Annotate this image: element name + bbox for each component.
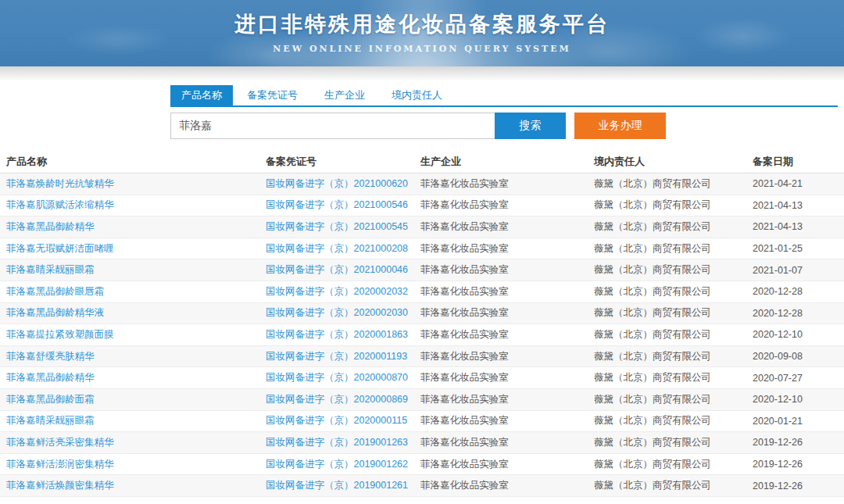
responsible-cell: 薇黛（北京）商贸有限公司 [594,393,753,406]
table-row: 菲洛嘉黑晶御龄精华国妆网备进字（京）2021000545菲洛嘉化妆品实验室薇黛（… [0,216,844,238]
product-name-link[interactable]: 菲洛嘉提拉紧致塑颜面膜 [6,328,266,341]
responsible-cell: 薇黛（北京）商贸有限公司 [594,436,753,449]
cert-number-link[interactable]: 国妆网备进字（京）2020000869 [266,393,420,406]
cert-number-link[interactable]: 国妆网备进字（京）2019001261 [266,479,420,492]
manufacturer-cell: 菲洛嘉化妆品实验室 [420,242,594,256]
date-cell: 2021-01-07 [753,265,844,276]
product-name-link[interactable]: 菲洛嘉黑晶御龄精华液 [6,306,266,320]
cert-number-link[interactable]: 国妆网备进字（京）2020002030 [266,306,420,320]
results-table: 产品名称备案凭证号生产企业境内责任人备案日期 菲洛嘉焕龄时光抗皱精华国妆网备进字… [0,150,844,497]
date-cell: 2019-12-26 [753,437,844,448]
responsible-cell: 薇黛（北京）商贸有限公司 [594,198,753,212]
manufacturer-cell: 菲洛嘉化妆品实验室 [420,285,594,298]
column-header-3: 境内责任人 [594,155,753,169]
search-input[interactable] [170,113,495,139]
date-cell: 2020-12-28 [753,308,844,319]
date-cell: 2020-07-27 [753,373,844,384]
table-row: 菲洛嘉黑晶御龄面霜国妆网备进字（京）2020000869菲洛嘉化妆品实验室薇黛（… [0,389,844,411]
date-cell: 2019-12-26 [753,459,844,470]
column-header-2: 生产企业 [420,155,594,169]
cert-number-link[interactable]: 国妆网备进字（京）2019001263 [266,436,420,449]
cert-number-link[interactable]: 国妆网备进字（京）2020000115 [266,414,420,427]
page-title: 进口非特殊用途化妆品备案服务平台 [0,0,844,38]
date-cell: 2020-12-10 [753,329,844,340]
tab-1[interactable]: 备案凭证号 [245,85,299,105]
table-body: 菲洛嘉焕龄时光抗皱精华国妆网备进字（京）2021000620菲洛嘉化妆品实验室薇… [0,173,844,497]
responsible-cell: 薇黛（北京）商贸有限公司 [594,220,753,234]
product-name-link[interactable]: 菲洛嘉无瑕赋妍洁面啫喱 [6,242,266,256]
table-row: 菲洛嘉鲜活澎润密集精华国妆网备进字（京）2019001262菲洛嘉化妆品实验室薇… [0,454,844,476]
table-row: 菲洛嘉黑晶御龄眼唇霜国妆网备进字（京）2020002032菲洛嘉化妆品实验室薇黛… [0,281,844,303]
product-name-link[interactable]: 菲洛嘉黑晶御龄眼唇霜 [6,285,266,298]
responsible-cell: 薇黛（北京）商贸有限公司 [594,328,753,341]
search-section: 产品名称备案凭证号生产企业境内责任人 搜索 业务办理 [170,80,838,139]
table-row: 菲洛嘉鲜活焕颜密集精华国妆网备进字（京）2019001261菲洛嘉化妆品实验室薇… [0,475,844,497]
cert-number-link[interactable]: 国妆网备进字（京）2021000545 [266,220,420,234]
manufacturer-cell: 菲洛嘉化妆品实验室 [420,263,594,277]
search-button[interactable]: 搜索 [495,113,566,139]
date-cell: 2019-12-26 [753,481,844,491]
product-name-link[interactable]: 菲洛嘉睛采靓丽眼霜 [6,263,266,277]
cert-number-link[interactable]: 国妆网备进字（京）2021000546 [266,198,420,212]
date-cell: 2021-04-13 [753,200,844,211]
tab-3[interactable]: 境内责任人 [390,85,444,105]
product-name-link[interactable]: 菲洛嘉鲜活亮采密集精华 [6,436,266,449]
tab-0[interactable]: 产品名称 [170,85,233,105]
product-name-link[interactable]: 菲洛嘉舒缓亮肤精华 [6,350,266,363]
column-header-1: 备案凭证号 [266,155,420,169]
table-row: 菲洛嘉睛采靓丽眼霜国妆网备进字（京）2021000046菲洛嘉化妆品实验室薇黛（… [0,259,844,281]
responsible-cell: 薇黛（北京）商贸有限公司 [594,371,753,384]
manufacturer-cell: 菲洛嘉化妆品实验室 [420,436,594,449]
manufacturer-cell: 菲洛嘉化妆品实验室 [420,414,594,427]
date-cell: 2020-12-28 [753,286,844,297]
responsible-cell: 薇黛（北京）商贸有限公司 [594,177,753,191]
table-header-row: 产品名称备案凭证号生产企业境内责任人备案日期 [0,150,844,173]
manufacturer-cell: 菲洛嘉化妆品实验室 [420,393,594,406]
responsible-cell: 薇黛（北京）商贸有限公司 [594,458,753,471]
responsible-cell: 薇黛（北京）商贸有限公司 [594,263,753,277]
date-cell: 2020-12-10 [753,394,844,405]
responsible-cell: 薇黛（北京）商贸有限公司 [594,306,753,320]
cert-number-link[interactable]: 国妆网备进字（京）2021000046 [266,263,420,277]
banner-bottom-strip [0,66,844,80]
table-row: 菲洛嘉提拉紧致塑颜面膜国妆网备进字（京）2020001863菲洛嘉化妆品实验室薇… [0,324,844,346]
table-row: 菲洛嘉肌源赋活浓缩精华国妆网备进字（京）2021000546菲洛嘉化妆品实验室薇… [0,195,844,217]
product-name-link[interactable]: 菲洛嘉肌源赋活浓缩精华 [6,198,266,212]
date-cell: 2020-01-21 [753,416,844,427]
cert-number-link[interactable]: 国妆网备进字（京）2021000620 [266,177,420,191]
responsible-cell: 薇黛（北京）商贸有限公司 [594,242,753,256]
manufacturer-cell: 菲洛嘉化妆品实验室 [420,198,594,212]
cert-number-link[interactable]: 国妆网备进字（京）2019001262 [266,458,420,471]
date-cell: 2021-04-21 [753,178,844,189]
product-name-link[interactable]: 菲洛嘉睛采靓丽眼霜 [6,414,266,427]
manufacturer-cell: 菲洛嘉化妆品实验室 [420,220,594,234]
cert-number-link[interactable]: 国妆网备进字（京）2021000208 [266,242,420,256]
product-name-link[interactable]: 菲洛嘉鲜活澎润密集精华 [6,458,266,471]
responsible-cell: 薇黛（北京）商贸有限公司 [594,285,753,298]
manufacturer-cell: 菲洛嘉化妆品实验室 [420,306,594,320]
product-name-link[interactable]: 菲洛嘉焕龄时光抗皱精华 [6,177,266,191]
cert-number-link[interactable]: 国妆网备进字（京）2020001863 [266,328,420,341]
product-name-link[interactable]: 菲洛嘉黑晶御龄面霜 [6,393,266,406]
product-name-link[interactable]: 菲洛嘉鲜活焕颜密集精华 [6,479,266,492]
table-row: 菲洛嘉鲜活亮采密集精华国妆网备进字（京）2019001263菲洛嘉化妆品实验室薇… [0,432,844,454]
cert-number-link[interactable]: 国妆网备进字（京）2020000870 [266,371,420,384]
manufacturer-cell: 菲洛嘉化妆品实验室 [420,350,594,363]
manufacturer-cell: 菲洛嘉化妆品实验室 [420,479,594,492]
table-row: 菲洛嘉舒缓亮肤精华国妆网备进字（京）2020001193菲洛嘉化妆品实验室薇黛（… [0,346,844,368]
manufacturer-cell: 菲洛嘉化妆品实验室 [420,328,594,341]
search-row: 搜索 业务办理 [170,113,838,139]
table-row: 菲洛嘉黑晶御龄精华国妆网备进字（京）2020000870菲洛嘉化妆品实验室薇黛（… [0,367,844,389]
cert-number-link[interactable]: 国妆网备进字（京）2020002032 [266,285,420,298]
date-cell: 2020-09-08 [753,351,844,362]
table-row: 菲洛嘉睛采靓丽眼霜国妆网备进字（京）2020000115菲洛嘉化妆品实验室薇黛（… [0,411,844,433]
date-cell: 2021-01-25 [753,243,844,254]
tab-2[interactable]: 生产企业 [323,85,367,105]
responsible-cell: 薇黛（北京）商贸有限公司 [594,479,753,492]
table-row: 菲洛嘉黑晶御龄精华液国妆网备进字（京）2020002030菲洛嘉化妆品实验室薇黛… [0,303,844,325]
cert-number-link[interactable]: 国妆网备进字（京）2020001193 [266,350,420,363]
product-name-link[interactable]: 菲洛嘉黑晶御龄精华 [6,371,266,384]
column-header-0: 产品名称 [6,155,266,169]
business-handle-button[interactable]: 业务办理 [574,113,666,139]
product-name-link[interactable]: 菲洛嘉黑晶御龄精华 [6,220,266,234]
